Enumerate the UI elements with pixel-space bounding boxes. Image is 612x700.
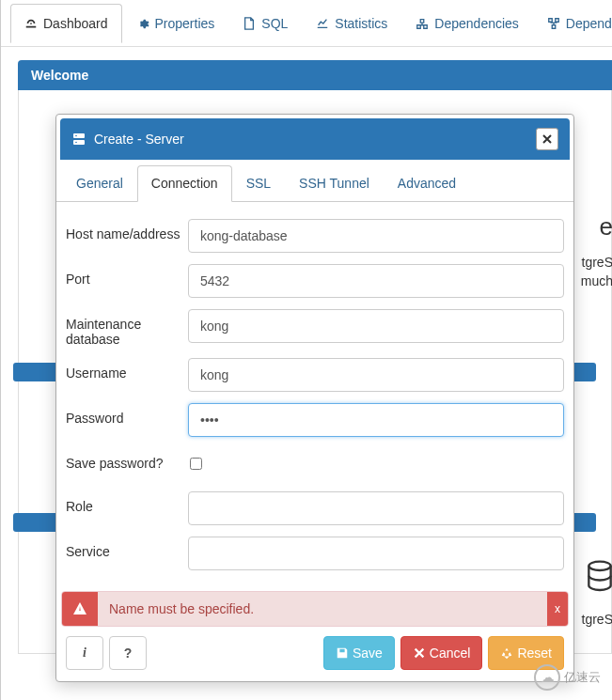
welcome-title: Welcome <box>31 68 88 83</box>
tab-label: SQL <box>261 16 288 31</box>
error-close-button[interactable]: x <box>547 592 568 626</box>
username-label: Username <box>66 358 188 381</box>
bg-text: much <box>581 273 612 288</box>
bg-text: tgreS <box>582 612 612 627</box>
dependent-icon <box>547 17 560 30</box>
dialog-tab-bar: General Connection SSL SSH Tunnel Advanc… <box>56 165 573 202</box>
service-label: Service <box>66 537 188 559</box>
help-icon: ? <box>124 646 133 661</box>
create-server-dialog: Create - Server General Connection SSL S… <box>55 114 574 682</box>
row-save-password: Save password? <box>66 439 564 474</box>
host-input[interactable] <box>188 219 564 253</box>
help-button[interactable]: ? <box>109 636 147 670</box>
chart-icon <box>316 17 329 30</box>
bg-text: tgreS <box>582 255 612 270</box>
svg-point-4 <box>75 142 77 144</box>
tab-label: SSH Tunnel <box>299 176 369 191</box>
svg-rect-1 <box>73 133 85 138</box>
password-label: Password <box>66 403 188 426</box>
row-role: Role <box>66 474 564 527</box>
row-username: Username <box>66 349 564 394</box>
close-x: x <box>555 602 560 615</box>
service-input[interactable] <box>188 537 564 570</box>
port-input[interactable] <box>188 264 564 298</box>
info-button[interactable]: i <box>66 636 103 670</box>
dependency-icon <box>416 17 429 30</box>
save-button[interactable]: Save <box>323 636 395 670</box>
svg-rect-2 <box>73 140 85 145</box>
row-port: Port <box>66 255 564 300</box>
top-tab-bar: Dashboard Properties SQL Statistics Depe… <box>1 0 612 47</box>
tab-label: Dependencies <box>434 16 519 31</box>
row-hostname: Host name/address <box>66 210 564 255</box>
tab-label: Dependents <box>566 16 612 31</box>
gear-icon <box>136 17 149 30</box>
tab-statistics[interactable]: Statistics <box>302 4 401 43</box>
row-maintenance-db: Maintenance database <box>66 300 564 349</box>
tab-label: Advanced <box>398 176 456 191</box>
password-input[interactable] <box>188 403 564 437</box>
maintdb-label: Maintenance database <box>66 309 188 347</box>
close-button[interactable] <box>536 128 558 150</box>
tab-label: SSL <box>246 176 271 191</box>
dashboard-icon <box>24 17 38 30</box>
savepw-label: Save password? <box>66 448 188 471</box>
warning-icon <box>62 592 98 626</box>
tab-label: General <box>76 176 123 191</box>
save-icon <box>336 646 349 660</box>
cloud-icon: ☁ <box>534 664 560 691</box>
tab-label: Properties <box>155 16 215 31</box>
error-message: Name must be specified. <box>98 592 547 626</box>
port-label: Port <box>66 264 188 287</box>
tab-dashboard[interactable]: Dashboard <box>10 4 122 43</box>
tab-ssh-tunnel[interactable]: SSH Tunnel <box>285 165 384 201</box>
db-icon <box>587 560 612 594</box>
info-icon: i <box>83 646 86 661</box>
watermark: ☁ 亿速云 <box>534 664 601 691</box>
tab-label: Dashboard <box>43 16 108 31</box>
row-service: Service <box>66 527 564 572</box>
welcome-header: Welcome <box>18 60 612 90</box>
tab-label: Connection <box>151 176 218 191</box>
role-input[interactable] <box>188 491 564 525</box>
dialog-title: Create - Server <box>94 132 184 147</box>
row-password: Password <box>66 394 564 439</box>
dialog-footer: i ? Save Cancel Reset <box>56 629 573 681</box>
cancel-icon <box>413 646 426 660</box>
close-icon <box>542 134 552 144</box>
tab-connection[interactable]: Connection <box>137 165 232 202</box>
svg-point-0 <box>588 562 610 570</box>
bg-text: e <box>600 212 612 241</box>
username-input[interactable] <box>188 358 564 392</box>
tab-ssl[interactable]: SSL <box>232 165 285 201</box>
maintdb-input[interactable] <box>188 309 564 343</box>
dialog-body: Host name/address Port Maintenance datab… <box>56 202 573 585</box>
file-icon <box>243 17 256 30</box>
error-alert: Name must be specified. x <box>61 591 569 627</box>
button-label: Cancel <box>430 646 471 661</box>
watermark-text: 亿速云 <box>564 669 601 686</box>
savepw-checkbox[interactable] <box>190 458 202 470</box>
button-label: Save <box>353 646 383 661</box>
role-label: Role <box>66 491 188 514</box>
tab-dependents[interactable]: Dependents <box>533 4 612 43</box>
tab-dependencies[interactable]: Dependencies <box>401 4 533 43</box>
svg-point-3 <box>75 135 77 137</box>
tab-properties[interactable]: Properties <box>122 4 229 43</box>
button-label: Reset <box>517 646 552 661</box>
cancel-button[interactable]: Cancel <box>400 636 483 670</box>
host-label: Host name/address <box>66 219 188 241</box>
dialog-header: Create - Server <box>60 118 570 160</box>
server-icon <box>71 132 86 147</box>
tab-label: Statistics <box>335 16 387 31</box>
tab-sql[interactable]: SQL <box>228 4 302 43</box>
recycle-icon <box>500 646 513 660</box>
tab-general[interactable]: General <box>62 165 137 201</box>
tab-advanced[interactable]: Advanced <box>384 165 470 201</box>
